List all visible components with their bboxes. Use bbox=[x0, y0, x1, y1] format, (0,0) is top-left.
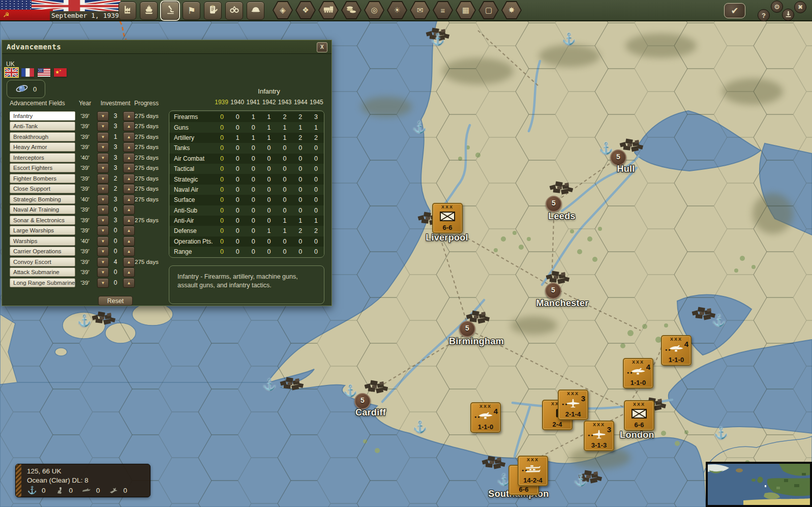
toolbar-unit-grid-button[interactable]: ▦ bbox=[456, 1, 476, 19]
investment-decrease-button[interactable]: ▼ bbox=[97, 267, 109, 277]
unit-counter[interactable]: XXX3●●3-1-3 bbox=[584, 421, 614, 451]
investment-increase-button[interactable]: ▲ bbox=[123, 236, 135, 246]
investment-increase-button[interactable]: ▲ bbox=[123, 226, 135, 235]
unit-counter[interactable]: XXX4●●1-1-0 bbox=[470, 402, 501, 433]
field-name-button[interactable]: Warships bbox=[10, 236, 75, 246]
toolbar-treasury-button[interactable] bbox=[341, 1, 362, 19]
unit-pips: ●● bbox=[627, 371, 633, 374]
city-size-badge[interactable]: 5 bbox=[546, 196, 562, 212]
investment-increase-button[interactable]: ▲ bbox=[123, 122, 135, 131]
investment-decrease-button[interactable]: ▼ bbox=[97, 122, 109, 131]
unit-counter[interactable]: XXX4●●1-1-0 bbox=[661, 335, 691, 366]
field-name-button[interactable]: Sonar & Electronics bbox=[10, 216, 75, 225]
investment-decrease-button[interactable]: ▼ bbox=[97, 174, 109, 184]
investment-decrease-button[interactable]: ▼ bbox=[97, 142, 109, 152]
investment-increase-button[interactable]: ▲ bbox=[123, 195, 135, 204]
field-year: '39' bbox=[75, 247, 95, 256]
investment-decrease-button[interactable]: ▼ bbox=[97, 195, 109, 204]
detail-stat-value: 0 bbox=[214, 238, 230, 245]
toolbar-production-button[interactable] bbox=[118, 2, 136, 20]
flag-tab-usa[interactable] bbox=[38, 68, 50, 77]
toolbar-rail-button[interactable] bbox=[318, 1, 339, 19]
field-name-button[interactable]: Strategic Bombing bbox=[10, 195, 75, 204]
detail-stat-value: 0 bbox=[214, 155, 230, 162]
toolbar-targeting-button[interactable]: ◎ bbox=[364, 1, 384, 19]
city-size-badge[interactable]: 5 bbox=[459, 321, 475, 337]
investment-increase-button[interactable]: ▲ bbox=[123, 205, 135, 215]
toolbar-weather-button[interactable]: ☀ bbox=[387, 1, 407, 19]
field-name-button[interactable]: Fighter Bombers bbox=[10, 174, 75, 183]
toolbar-land-forces-button[interactable] bbox=[247, 2, 264, 20]
unit-pips: ●● bbox=[474, 415, 480, 419]
investment-decrease-button[interactable]: ▼ bbox=[97, 257, 109, 267]
field-name-button[interactable]: Heavy Armor bbox=[10, 142, 75, 152]
investment-increase-button[interactable]: ▲ bbox=[123, 153, 135, 163]
toolbar-exit-button[interactable]: ✖ bbox=[794, 1, 806, 13]
unit-counter[interactable]: XXX4●●1-1-0 bbox=[623, 358, 653, 389]
research-points-button[interactable]: 0 bbox=[7, 80, 45, 98]
toolbar-research-button[interactable] bbox=[161, 2, 179, 20]
field-name-button[interactable]: Large Warships bbox=[10, 226, 75, 235]
flag-tab-uk[interactable] bbox=[5, 68, 18, 77]
toolbar-reports-button[interactable] bbox=[204, 2, 222, 20]
investment-decrease-button[interactable]: ▼ bbox=[97, 278, 109, 288]
investment-increase-button[interactable]: ▲ bbox=[123, 132, 135, 142]
investment-increase-button[interactable]: ▲ bbox=[123, 257, 135, 267]
field-name-button[interactable]: Convoy Escort bbox=[10, 257, 75, 266]
investment-decrease-button[interactable]: ▼ bbox=[97, 216, 109, 225]
toolbar-diplomacy-button[interactable]: ⚑ bbox=[183, 2, 200, 20]
investment-increase-button[interactable]: ▲ bbox=[123, 216, 135, 225]
investment-increase-button[interactable]: ▲ bbox=[123, 111, 135, 121]
toolbar-selection-button[interactable]: ▢ bbox=[478, 1, 499, 19]
investment-decrease-button[interactable]: ▼ bbox=[97, 226, 109, 235]
investment-decrease-button[interactable]: ▼ bbox=[97, 236, 109, 246]
reset-button[interactable]: Reset bbox=[98, 296, 133, 306]
investment-increase-button[interactable]: ▲ bbox=[123, 267, 135, 277]
investment-increase-button[interactable]: ▲ bbox=[123, 278, 135, 288]
field-name-button[interactable]: Escort Fighters bbox=[10, 163, 75, 172]
flag-tab-france[interactable] bbox=[21, 68, 34, 77]
field-name-button[interactable]: Naval Air Training bbox=[10, 205, 75, 214]
unit-counter[interactable]: XXX●●14-2-4 bbox=[518, 456, 548, 486]
investment-decrease-button[interactable]: ▼ bbox=[97, 132, 109, 142]
port-anchor-icon: ⚓ bbox=[343, 384, 357, 398]
toolbar-combat-button[interactable]: ✸ bbox=[501, 1, 522, 19]
detail-stat-value: 0 bbox=[246, 207, 261, 214]
toolbar-territory-button[interactable]: ❖ bbox=[295, 1, 316, 19]
toolbar-settings-button[interactable]: ⚙ bbox=[771, 1, 783, 13]
field-name-button[interactable]: Long Range Submarine bbox=[10, 278, 75, 287]
toolbar-end-turn-button[interactable]: ✔ bbox=[724, 3, 745, 18]
toolbar-help-button[interactable]: ? bbox=[758, 9, 770, 21]
investment-decrease-button[interactable]: ▼ bbox=[97, 163, 109, 173]
toolbar-navy-button[interactable] bbox=[140, 2, 158, 20]
unit-counter[interactable]: XXX6-6 bbox=[432, 203, 463, 233]
investment-increase-button[interactable]: ▲ bbox=[123, 184, 135, 194]
flag-tab-china[interactable]: ★★ bbox=[54, 68, 67, 77]
investment-increase-button[interactable]: ▲ bbox=[123, 163, 135, 173]
field-name-button[interactable]: Breakthrough bbox=[10, 132, 75, 141]
unit-strength: 4 bbox=[494, 407, 498, 415]
investment-decrease-button[interactable]: ▼ bbox=[97, 184, 109, 194]
unit-counter[interactable]: XXX3●●2-1-4 bbox=[558, 390, 588, 420]
field-name-button[interactable]: Infantry bbox=[10, 111, 75, 121]
investment-decrease-button[interactable]: ▼ bbox=[97, 111, 109, 121]
investment-decrease-button[interactable]: ▼ bbox=[97, 153, 109, 163]
toolbar-save-button[interactable] bbox=[782, 9, 794, 21]
investment-increase-button[interactable]: ▲ bbox=[123, 174, 135, 184]
toolbar-resources-button[interactable]: ◈ bbox=[273, 1, 293, 19]
investment-increase-button[interactable]: ▲ bbox=[123, 247, 135, 256]
investment-increase-button[interactable]: ▲ bbox=[123, 142, 135, 152]
unit-counter[interactable]: XXX6-6 bbox=[624, 400, 654, 431]
toolbar-intelligence-button[interactable] bbox=[225, 2, 243, 20]
toolbar-statistics-button[interactable]: ≡ bbox=[433, 1, 453, 19]
field-name-button[interactable]: Interceptors bbox=[10, 153, 75, 162]
city-size-badge[interactable]: 5 bbox=[545, 283, 561, 299]
investment-decrease-button[interactable]: ▼ bbox=[97, 205, 109, 215]
field-name-button[interactable]: Anti-Tank bbox=[10, 122, 75, 131]
field-name-button[interactable]: Attack Submarine bbox=[10, 267, 75, 277]
field-name-button[interactable]: Close Support bbox=[10, 184, 75, 193]
toolbar-messages-button[interactable]: ✉ bbox=[410, 1, 430, 19]
investment-decrease-button[interactable]: ▼ bbox=[97, 247, 109, 256]
field-name-button[interactable]: Carrier Operations bbox=[10, 247, 75, 256]
minimap[interactable] bbox=[706, 462, 812, 507]
